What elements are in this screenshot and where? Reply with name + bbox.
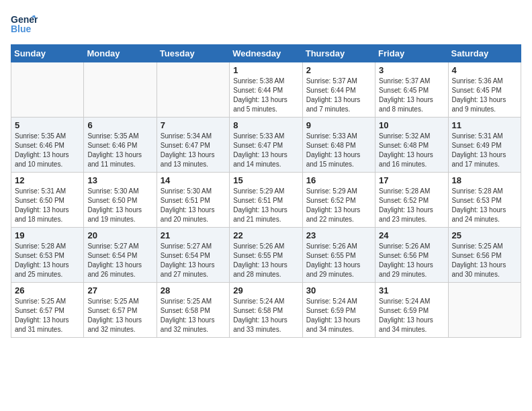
calendar-cell: 14Sunrise: 5:30 AM Sunset: 6:51 PM Dayli… — [157, 173, 229, 228]
column-header-friday: Friday — [375, 45, 448, 62]
calendar-cell: 27Sunrise: 5:25 AM Sunset: 6:57 PM Dayli… — [84, 283, 157, 338]
column-header-saturday: Saturday — [448, 45, 521, 62]
calendar-cell: 26Sunrise: 5:25 AM Sunset: 6:57 PM Dayli… — [11, 283, 84, 338]
day-info: Sunrise: 5:37 AM Sunset: 6:44 PM Dayligh… — [306, 77, 371, 114]
day-number: 24 — [379, 230, 444, 240]
calendar-cell — [448, 283, 521, 338]
column-header-monday: Monday — [84, 45, 157, 62]
calendar-cell: 29Sunrise: 5:24 AM Sunset: 6:58 PM Dayli… — [230, 283, 302, 338]
calendar-cell: 10Sunrise: 5:32 AM Sunset: 6:48 PM Dayli… — [375, 118, 448, 173]
logo: General Blue — [11, 11, 38, 38]
calendar-header-row: SundayMondayTuesdayWednesdayThursdayFrid… — [11, 45, 521, 62]
page-header: General Blue — [11, 11, 521, 38]
day-info: Sunrise: 5:26 AM Sunset: 6:55 PM Dayligh… — [306, 242, 371, 279]
day-number: 20 — [87, 230, 152, 240]
day-info: Sunrise: 5:25 AM Sunset: 6:58 PM Dayligh… — [161, 297, 226, 334]
day-number: 10 — [379, 120, 444, 130]
calendar-cell: 3Sunrise: 5:37 AM Sunset: 6:45 PM Daylig… — [375, 62, 448, 118]
calendar-cell: 13Sunrise: 5:30 AM Sunset: 6:50 PM Dayli… — [84, 173, 157, 228]
calendar-cell — [11, 62, 84, 118]
day-number: 3 — [379, 65, 444, 75]
day-number: 30 — [306, 285, 371, 295]
column-header-wednesday: Wednesday — [230, 45, 302, 62]
calendar-cell: 25Sunrise: 5:25 AM Sunset: 6:56 PM Dayli… — [448, 228, 521, 283]
calendar-table: SundayMondayTuesdayWednesdayThursdayFrid… — [11, 44, 521, 338]
calendar-cell: 1Sunrise: 5:38 AM Sunset: 6:44 PM Daylig… — [230, 62, 302, 118]
week-row-4: 19Sunrise: 5:28 AM Sunset: 6:53 PM Dayli… — [11, 228, 521, 283]
day-info: Sunrise: 5:26 AM Sunset: 6:55 PM Dayligh… — [233, 242, 298, 279]
day-info: Sunrise: 5:32 AM Sunset: 6:48 PM Dayligh… — [379, 132, 444, 169]
day-number: 1 — [233, 65, 298, 75]
day-info: Sunrise: 5:31 AM Sunset: 6:50 PM Dayligh… — [15, 187, 80, 224]
day-number: 17 — [379, 175, 444, 185]
day-info: Sunrise: 5:30 AM Sunset: 6:51 PM Dayligh… — [161, 187, 226, 224]
column-header-sunday: Sunday — [11, 45, 84, 62]
day-number: 27 — [87, 285, 152, 295]
week-row-2: 5Sunrise: 5:35 AM Sunset: 6:46 PM Daylig… — [11, 118, 521, 173]
week-row-1: 1Sunrise: 5:38 AM Sunset: 6:44 PM Daylig… — [11, 62, 521, 118]
day-number: 28 — [161, 285, 226, 295]
day-number: 9 — [306, 120, 371, 130]
calendar-cell: 23Sunrise: 5:26 AM Sunset: 6:55 PM Dayli… — [302, 228, 375, 283]
calendar-cell: 17Sunrise: 5:28 AM Sunset: 6:52 PM Dayli… — [375, 173, 448, 228]
column-header-tuesday: Tuesday — [157, 45, 229, 62]
day-info: Sunrise: 5:28 AM Sunset: 6:52 PM Dayligh… — [379, 187, 444, 224]
day-info: Sunrise: 5:33 AM Sunset: 6:48 PM Dayligh… — [306, 132, 371, 169]
calendar-cell: 7Sunrise: 5:34 AM Sunset: 6:47 PM Daylig… — [157, 118, 229, 173]
day-info: Sunrise: 5:25 AM Sunset: 6:56 PM Dayligh… — [452, 242, 517, 279]
day-info: Sunrise: 5:25 AM Sunset: 6:57 PM Dayligh… — [15, 297, 80, 334]
day-number: 11 — [452, 120, 517, 130]
day-info: Sunrise: 5:24 AM Sunset: 6:59 PM Dayligh… — [306, 297, 371, 334]
day-info: Sunrise: 5:29 AM Sunset: 6:51 PM Dayligh… — [233, 187, 298, 224]
day-number: 26 — [15, 285, 80, 295]
day-info: Sunrise: 5:28 AM Sunset: 6:53 PM Dayligh… — [452, 187, 517, 224]
day-number: 8 — [233, 120, 298, 130]
calendar-cell: 6Sunrise: 5:35 AM Sunset: 6:46 PM Daylig… — [84, 118, 157, 173]
calendar-cell: 22Sunrise: 5:26 AM Sunset: 6:55 PM Dayli… — [230, 228, 302, 283]
day-info: Sunrise: 5:28 AM Sunset: 6:53 PM Dayligh… — [15, 242, 80, 279]
day-number: 15 — [233, 175, 298, 185]
day-number: 12 — [15, 175, 80, 185]
calendar-cell: 24Sunrise: 5:26 AM Sunset: 6:56 PM Dayli… — [375, 228, 448, 283]
calendar-cell: 28Sunrise: 5:25 AM Sunset: 6:58 PM Dayli… — [157, 283, 229, 338]
day-info: Sunrise: 5:31 AM Sunset: 6:49 PM Dayligh… — [452, 132, 517, 169]
calendar-cell — [157, 62, 229, 118]
day-info: Sunrise: 5:25 AM Sunset: 6:57 PM Dayligh… — [87, 297, 152, 334]
calendar-cell: 31Sunrise: 5:24 AM Sunset: 6:59 PM Dayli… — [375, 283, 448, 338]
day-info: Sunrise: 5:36 AM Sunset: 6:45 PM Dayligh… — [452, 77, 517, 114]
day-info: Sunrise: 5:24 AM Sunset: 6:58 PM Dayligh… — [233, 297, 298, 334]
day-number: 25 — [452, 230, 517, 240]
day-info: Sunrise: 5:38 AM Sunset: 6:44 PM Dayligh… — [233, 77, 298, 114]
day-number: 13 — [87, 175, 152, 185]
calendar-cell: 19Sunrise: 5:28 AM Sunset: 6:53 PM Dayli… — [11, 228, 84, 283]
day-number: 14 — [161, 175, 226, 185]
calendar-cell: 12Sunrise: 5:31 AM Sunset: 6:50 PM Dayli… — [11, 173, 84, 228]
calendar-cell: 21Sunrise: 5:27 AM Sunset: 6:54 PM Dayli… — [157, 228, 229, 283]
calendar-cell: 4Sunrise: 5:36 AM Sunset: 6:45 PM Daylig… — [448, 62, 521, 118]
day-number: 4 — [452, 65, 517, 75]
calendar-cell — [84, 62, 157, 118]
day-info: Sunrise: 5:37 AM Sunset: 6:45 PM Dayligh… — [379, 77, 444, 114]
week-row-3: 12Sunrise: 5:31 AM Sunset: 6:50 PM Dayli… — [11, 173, 521, 228]
logo-icon: General Blue — [11, 11, 38, 38]
day-info: Sunrise: 5:35 AM Sunset: 6:46 PM Dayligh… — [87, 132, 152, 169]
day-number: 31 — [379, 285, 444, 295]
day-info: Sunrise: 5:34 AM Sunset: 6:47 PM Dayligh… — [161, 132, 226, 169]
column-header-thursday: Thursday — [302, 45, 375, 62]
calendar-cell: 15Sunrise: 5:29 AM Sunset: 6:51 PM Dayli… — [230, 173, 302, 228]
calendar-cell: 16Sunrise: 5:29 AM Sunset: 6:52 PM Dayli… — [302, 173, 375, 228]
day-number: 19 — [15, 230, 80, 240]
calendar-cell: 5Sunrise: 5:35 AM Sunset: 6:46 PM Daylig… — [11, 118, 84, 173]
day-number: 6 — [87, 120, 152, 130]
calendar-cell: 2Sunrise: 5:37 AM Sunset: 6:44 PM Daylig… — [302, 62, 375, 118]
week-row-5: 26Sunrise: 5:25 AM Sunset: 6:57 PM Dayli… — [11, 283, 521, 338]
day-info: Sunrise: 5:26 AM Sunset: 6:56 PM Dayligh… — [379, 242, 444, 279]
day-number: 16 — [306, 175, 371, 185]
day-info: Sunrise: 5:27 AM Sunset: 6:54 PM Dayligh… — [87, 242, 152, 279]
calendar-cell: 11Sunrise: 5:31 AM Sunset: 6:49 PM Dayli… — [448, 118, 521, 173]
calendar-cell: 18Sunrise: 5:28 AM Sunset: 6:53 PM Dayli… — [448, 173, 521, 228]
calendar-cell: 8Sunrise: 5:33 AM Sunset: 6:47 PM Daylig… — [230, 118, 302, 173]
day-number: 29 — [233, 285, 298, 295]
day-number: 7 — [161, 120, 226, 130]
calendar-cell: 9Sunrise: 5:33 AM Sunset: 6:48 PM Daylig… — [302, 118, 375, 173]
